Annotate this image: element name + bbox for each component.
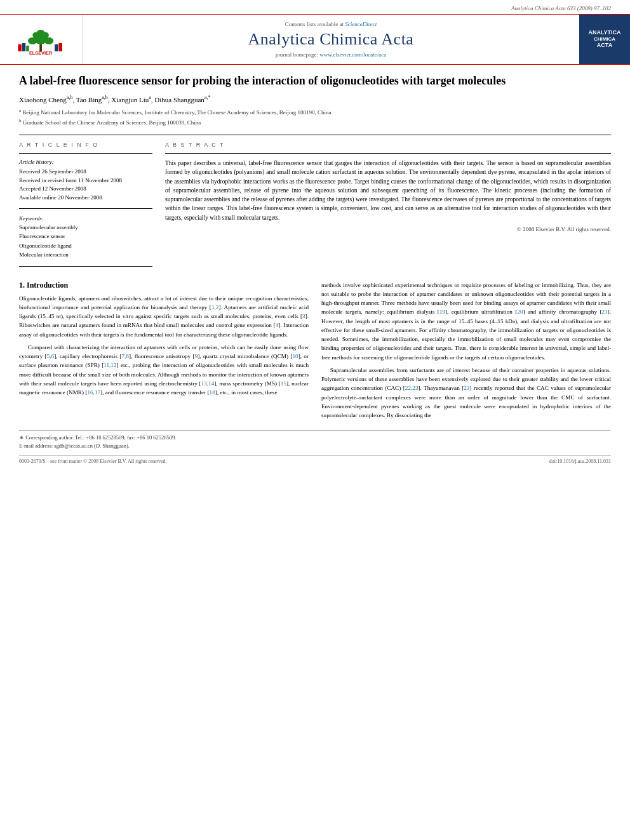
abstract-text: This paper describes a universal, label-… [165, 159, 611, 222]
affiliations: a Beijing National Laboratory for Molecu… [19, 107, 611, 127]
body-col-left: 1. Introduction Oligonucleotide ligands,… [19, 281, 309, 424]
author-shangguan: Dihua Shangguana,* [154, 96, 210, 103]
aca-logo-area: ANALYTICA CHIMICA ACTA [579, 15, 630, 64]
journal-title-area: Contents lists available at ScienceDirec… [83, 15, 579, 64]
body-two-col: 1. Introduction Oligonucleotide ligands,… [19, 281, 611, 424]
divider-info [19, 153, 152, 154]
intro-para-1: Oligonucleotide ligands, aptamers and ri… [19, 294, 309, 339]
keywords-label: Keywords: [19, 215, 152, 222]
authors-line: Xiaohong Chenga,b, Tao Binga,b, Xiangjun… [19, 95, 611, 103]
svg-rect-7 [18, 44, 22, 51]
svg-point-2 [27, 37, 37, 44]
intro-heading: 1. Introduction [19, 281, 309, 290]
footnote-area: ∗ Corresponding author. Tel.: +86 10 625… [19, 434, 611, 450]
affiliation-b: b Graduate School of the Chinese Academy… [19, 117, 611, 128]
footer-bar: 0003-2670/$ – see front matter © 2008 El… [19, 455, 611, 464]
footer-divider [19, 430, 611, 431]
accepted-date: Accepted 12 November 2008 [19, 185, 152, 194]
abstract-col: A B S T R A C T This paper describes a u… [165, 142, 611, 272]
article-title: A label-free fluorescence sensor for pro… [19, 74, 611, 88]
aca-logo: ANALYTICA CHIMICA ACTA [586, 20, 624, 58]
divider-abstract [165, 153, 611, 154]
homepage-text: journal homepage: [276, 51, 318, 58]
intro-para-4: Supramolecular assemblies from surfactan… [321, 366, 611, 420]
intro-text-left: Oligonucleotide ligands, aptamers and ri… [19, 294, 309, 397]
online-date: Available online 20 November 2008 [19, 194, 152, 203]
author-bing: Tao Binga,b, [76, 96, 112, 103]
svg-point-3 [44, 37, 53, 44]
doi-text: doi:10.1016/j.aca.2008.11.031 [549, 458, 611, 464]
svg-text:CHIMICA: CHIMICA [594, 36, 615, 42]
email-note: E-mail address: sgdh@iccas.ac.cn (D. Sha… [19, 442, 611, 450]
history-label: Article history: [19, 159, 152, 165]
sciencedirect-line: Contents lists available at ScienceDirec… [285, 21, 377, 27]
article-info-label: A R T I C L E I N F O [19, 142, 152, 148]
intro-text-right: methods involve sophisticated experiment… [321, 281, 611, 420]
divider-bottom-info [19, 266, 152, 267]
author-liu: Xiangjun Liua, [111, 96, 154, 103]
journal-reference: Analytica Chimica Acta 633 (2009) 97–102 [0, 0, 630, 14]
divider-keywords [19, 208, 152, 209]
author-cheng: Xiaohong Chenga,b, [19, 96, 76, 103]
affiliation-a: a Beijing National Laboratory for Molecu… [19, 107, 611, 117]
svg-text:ANALYTICA: ANALYTICA [588, 29, 621, 36]
keyword-2: Fluorescence sensor [19, 232, 152, 241]
svg-rect-8 [22, 43, 25, 51]
svg-rect-10 [55, 44, 58, 51]
publisher-logo-area: ELSEVIER [0, 15, 83, 64]
journal-homepage: journal homepage: www.elsevier.com/locat… [276, 51, 386, 58]
svg-text:ACTA: ACTA [597, 42, 613, 48]
main-content: A label-free fluorescence sensor for pro… [0, 74, 630, 464]
abstract-label: A B S T R A C T [165, 142, 611, 148]
intro-para-2: Compared with characterizing the interac… [19, 343, 309, 397]
journal-banner: ELSEVIER Contents lists available at Sci… [0, 14, 630, 65]
divider-1 [19, 135, 611, 135]
corresponding-author-note: ∗ Corresponding author. Tel.: +86 10 625… [19, 434, 611, 442]
svg-point-6 [36, 29, 44, 35]
sciencedirect-prefix: Contents lists available at [285, 21, 344, 27]
article-info-col: A R T I C L E I N F O Article history: R… [19, 142, 152, 272]
homepage-link[interactable]: www.elsevier.com/locate/aca [319, 51, 386, 58]
article-info-abstract: A R T I C L E I N F O Article history: R… [19, 142, 611, 272]
received-date: Received 26 September 2008 [19, 168, 152, 177]
affiliation-b-text: Graduate School of the Chinese Academy o… [23, 119, 201, 126]
issn-text: 0003-2670/$ – see front matter © 2008 El… [19, 458, 167, 464]
keyword-1: Supramolecular assembly [19, 223, 152, 232]
keyword-3: Oligonucleotide ligand [19, 241, 152, 250]
intro-para-3: methods involve sophisticated experiment… [321, 281, 611, 362]
sciencedirect-link[interactable]: ScienceDirect [345, 21, 377, 27]
revised-date: Received in revised form 11 November 200… [19, 177, 152, 185]
keyword-4: Molecular interaction [19, 250, 152, 259]
svg-rect-11 [58, 43, 62, 51]
journal-ref-text: Analytica Chimica Acta 633 (2009) 97–102 [511, 5, 611, 11]
page: Analytica Chimica Acta 633 (2009) 97–102 [0, 0, 630, 840]
affiliation-a-text: Beijing National Laboratory for Molecula… [22, 109, 331, 116]
elsevier-logo-svg: ELSEVIER [13, 22, 70, 57]
body-section: 1. Introduction Oligonucleotide ligands,… [19, 281, 611, 424]
svg-text:ELSEVIER: ELSEVIER [29, 50, 52, 56]
journal-title: Analytica Chimica Acta [248, 30, 414, 49]
body-col-right: methods involve sophisticated experiment… [321, 281, 611, 424]
copyright-notice: © 2008 Elsevier B.V. All rights reserved… [165, 226, 611, 232]
